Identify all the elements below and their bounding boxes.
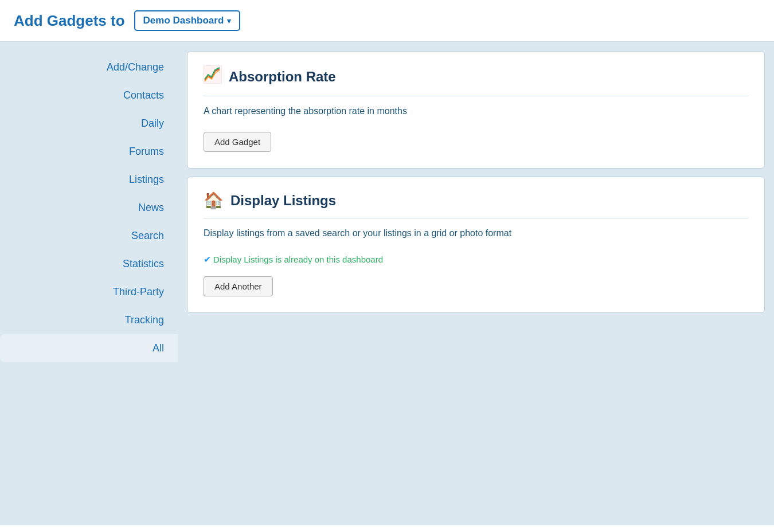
sidebar-item-add-change[interactable]: Add/Change [0, 53, 178, 81]
sidebar-item-contacts[interactable]: Contacts [0, 81, 178, 109]
sidebar-item-all[interactable]: All [0, 334, 178, 362]
sidebar-item-forums[interactable]: Forums [0, 138, 178, 166]
display-listings-title: Display Listings [230, 193, 336, 209]
dashboard-dropdown-label: Demo Dashboard [143, 15, 224, 26]
sidebar-item-news[interactable]: News [0, 194, 178, 222]
sidebar-item-search[interactable]: Search [0, 222, 178, 250]
checkmark-icon: ✔ [204, 254, 211, 265]
chevron-down-icon: ▾ [227, 17, 231, 25]
sidebar-item-tracking[interactable]: Tracking [0, 306, 178, 334]
gadget-card-absorption-rate: Absorption Rate A chart representing the… [187, 51, 765, 169]
page-header: Add Gadgets to Demo Dashboard ▾ [0, 0, 774, 42]
main-layout: Add/Change Contacts Daily Forums Listing… [0, 42, 774, 525]
display-listings-icon: 🏠 [204, 191, 224, 210]
gadget-card-display-listings: 🏠 Display Listings Display listings from… [187, 177, 765, 313]
display-listings-description: Display listings from a saved search or … [204, 226, 748, 240]
dashboard-dropdown[interactable]: Demo Dashboard ▾ [134, 10, 241, 31]
already-added-notice: ✔ Display Listings is already on this da… [204, 254, 748, 265]
gadget-header-display-listings: 🏠 Display Listings [204, 191, 748, 218]
absorption-rate-title: Absorption Rate [229, 69, 336, 85]
add-another-button-display-listings[interactable]: Add Another [204, 276, 273, 296]
absorption-rate-description: A chart representing the absorption rate… [204, 104, 748, 118]
sidebar-item-third-party[interactable]: Third-Party [0, 278, 178, 306]
gadget-header-absorption-rate: Absorption Rate [204, 65, 748, 96]
add-gadget-button-absorption-rate[interactable]: Add Gadget [204, 132, 271, 152]
sidebar: Add/Change Contacts Daily Forums Listing… [0, 42, 178, 525]
sidebar-item-listings[interactable]: Listings [0, 166, 178, 194]
page-title: Add Gadgets to [14, 12, 125, 30]
absorption-rate-icon [204, 65, 222, 88]
sidebar-item-daily[interactable]: Daily [0, 109, 178, 138]
gadgets-content: Absorption Rate A chart representing the… [178, 42, 774, 525]
sidebar-item-statistics[interactable]: Statistics [0, 250, 178, 278]
